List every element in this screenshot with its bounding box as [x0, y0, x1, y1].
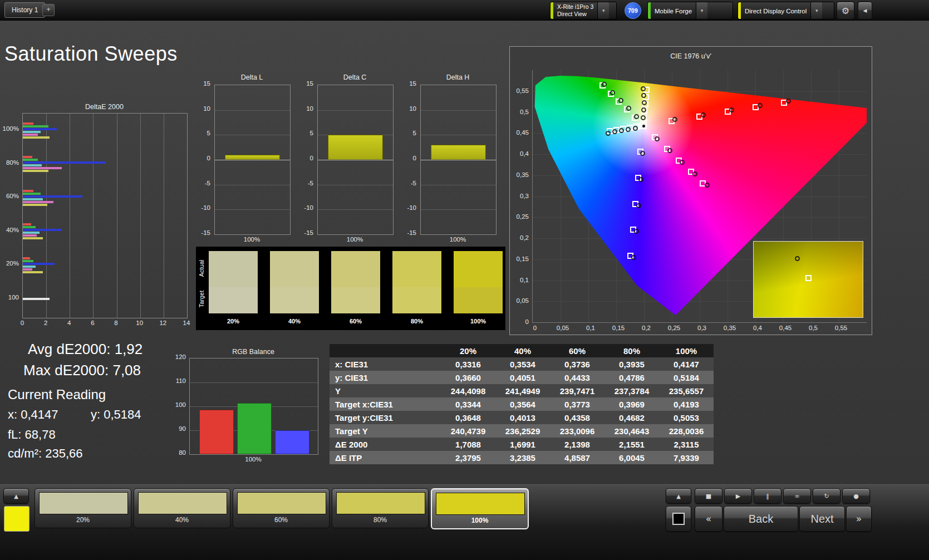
measured-point-marker [634, 114, 639, 119]
x-axis-label: 100% [214, 236, 289, 243]
deltae-bar [23, 136, 50, 139]
pattern-swatch-button[interactable]: 80% [332, 488, 429, 528]
read-single-button[interactable] [666, 506, 691, 532]
y-axis-labels: 151050-5-10-15 [196, 85, 212, 234]
chevron-down-icon[interactable]: ▾ [696, 2, 707, 19]
grid-line [140, 114, 141, 318]
grid-line [70, 114, 70, 318]
cell-value: 0,4051 [495, 371, 550, 384]
axis-tick-label: 0,5 [510, 109, 529, 115]
axis-tick-label: 20% [0, 260, 19, 267]
rgb-plot-area [189, 358, 318, 455]
max-de2000: Max dE2000: 7,08 [23, 362, 141, 379]
cell-value: 0,3316 [441, 357, 495, 371]
x-axis-label: 100% [189, 456, 317, 463]
grid-line [215, 135, 290, 135]
deltae-bar [23, 193, 41, 195]
cell-value: 2,1398 [550, 438, 604, 451]
settings-gear-button[interactable]: ⚙ [837, 2, 854, 19]
deltae-bar [23, 237, 43, 239]
gear-icon: ⚙ [842, 6, 849, 16]
play-icon: ▶ [736, 493, 740, 500]
axis-tick-label: 0,05 [554, 325, 571, 331]
pattern-swatch-button[interactable]: 60% [233, 488, 330, 528]
target-point-marker [805, 275, 812, 281]
chevron-down-icon[interactable]: ▾ [597, 2, 609, 19]
next-button[interactable]: Next [799, 506, 845, 532]
cell-value: 0,4147 [659, 357, 714, 371]
axis-tick-label: 0,5 [805, 325, 822, 331]
delta-l-chart: Delta L 151050-5-10-15 100% [196, 72, 291, 239]
column-header [330, 344, 441, 357]
cell-value: 0,3648 [441, 411, 495, 424]
measured-point-marker [672, 117, 677, 122]
current-pattern-swatch[interactable] [4, 506, 30, 532]
axis-tick-label: 0,4 [510, 150, 529, 157]
green-bar [237, 403, 272, 454]
axis-tick-label: 80 [171, 449, 186, 456]
play-button[interactable]: ▶ [724, 488, 752, 504]
refresh-button[interactable]: ↻ [813, 488, 840, 504]
chart-title: Delta C [317, 73, 392, 81]
swatch-color [138, 492, 227, 514]
row-label: Y [330, 384, 441, 397]
cell-value: 1,7088 [441, 438, 495, 451]
cell-value: 4,8587 [550, 451, 604, 464]
colorspace-badge[interactable]: 709 [625, 2, 641, 19]
record-button[interactable]: ● [842, 488, 870, 504]
table-header-row: 20%40%60%80%100% [330, 344, 714, 357]
tab-label: History 1 [12, 6, 38, 14]
measured-point-marker [638, 177, 643, 182]
last-page-button[interactable]: » [846, 506, 872, 532]
axis-tick-label: -10 [195, 204, 210, 211]
pattern-options-up-button[interactable]: ▲ [3, 488, 29, 504]
pattern-source-selector[interactable]: Mobile Forge ▾ [647, 2, 733, 19]
pattern-swatch-button[interactable]: 20% [35, 488, 131, 528]
axis-tick-label: 100 [171, 401, 186, 408]
meter-options-up-button[interactable]: ▲ [666, 488, 691, 504]
stop-button[interactable]: ■ [695, 488, 722, 504]
cell-value: 6,0045 [604, 451, 659, 464]
back-button[interactable]: Back [724, 506, 798, 532]
axis-tick-label: -15 [298, 229, 313, 236]
add-tab-button[interactable]: + [42, 4, 55, 16]
cell-value: 0,3773 [550, 397, 604, 411]
column-header: 60% [550, 344, 604, 357]
grid-line [93, 114, 94, 318]
axis-tick-label: 90 [171, 425, 186, 432]
row-label: y: CIE31 [330, 371, 441, 384]
measured-point-marker [640, 151, 645, 156]
pattern-swatch-button[interactable]: 40% [134, 488, 230, 528]
axis-tick-label: 15 [195, 80, 210, 87]
axis-tick-label: -5 [298, 180, 313, 186]
axis-tick-label: 10 [298, 105, 313, 112]
meter-selector[interactable]: X-Rite i1Pro 3Direct View ▾ [550, 2, 617, 19]
table-row: y: CIE310,36600,40510,44330,47860,5184 [330, 371, 714, 384]
first-page-button[interactable]: « [695, 506, 722, 532]
actual-color [270, 251, 319, 287]
collapse-panel-button[interactable]: ◀ [858, 2, 872, 19]
cell-value: 230,4643 [604, 424, 659, 438]
deltae-bar [23, 226, 36, 228]
current-x: x: 0,4147 [8, 407, 58, 422]
grid-line [164, 114, 164, 318]
axis-tick-label: 0,35 [721, 325, 738, 331]
chevron-down-icon[interactable]: ▾ [810, 2, 822, 19]
axis-tick-label: 5 [195, 130, 210, 136]
axis-tick-label: 120 [171, 353, 186, 360]
swatch-label: 20% [35, 516, 131, 524]
pattern-swatch-button[interactable]: 100% [431, 488, 529, 529]
continuous-button[interactable]: ∞ [783, 488, 811, 504]
refresh-icon: ↻ [824, 493, 829, 500]
delta-h-chart: Delta H 151050-5-10-15 100% [402, 72, 497, 239]
target-color [209, 287, 258, 313]
actual-row-label: Actual [198, 252, 205, 285]
pause-button[interactable]: ‖ [754, 488, 781, 504]
tab-history-1[interactable]: History 1 [4, 2, 45, 18]
display-control-selector[interactable]: Direct Display Control ▾ [738, 2, 834, 19]
axis-tick-label: 0,3 [694, 325, 710, 331]
column-header: 100% [659, 344, 714, 357]
axis-tick-label: 8 [111, 320, 122, 326]
current-y: y: 0,5184 [91, 407, 141, 422]
table-row: Target x:CIE310,33440,35640,37730,39690,… [330, 397, 714, 411]
